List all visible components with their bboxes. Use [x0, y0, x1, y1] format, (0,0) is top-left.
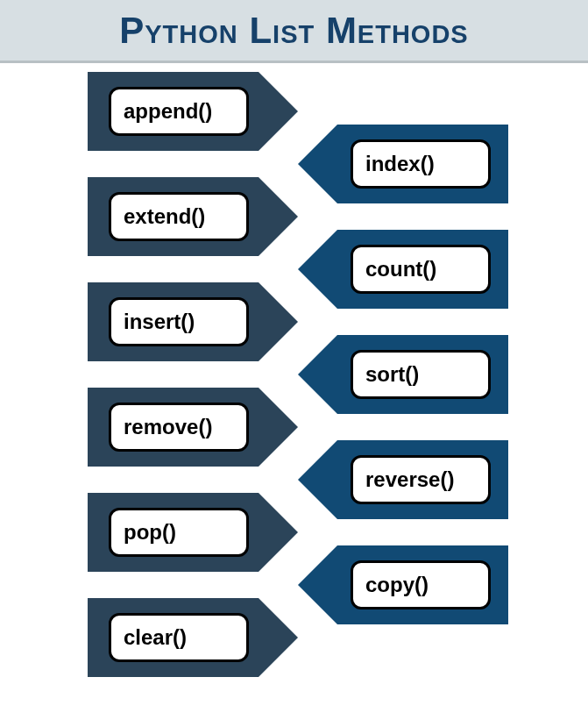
- method-card: append(): [109, 87, 249, 136]
- method-card: index(): [351, 139, 491, 189]
- method-card: count(): [351, 245, 491, 294]
- method-card: copy(): [351, 560, 491, 609]
- method-card: clear(): [109, 613, 249, 662]
- method-arrow-extend: extend(): [88, 177, 298, 256]
- page-title: Python List Methods: [119, 10, 468, 52]
- method-arrow-copy: copy(): [298, 545, 508, 624]
- header-bar: Python List Methods: [0, 0, 588, 63]
- method-arrow-remove: remove(): [88, 388, 298, 467]
- method-arrow-reverse: reverse(): [298, 440, 508, 519]
- method-card: remove(): [109, 403, 249, 452]
- method-arrow-sort: sort(): [298, 335, 508, 414]
- method-arrow-index: index(): [298, 125, 508, 203]
- method-card: insert(): [109, 297, 249, 346]
- method-card: pop(): [109, 508, 249, 557]
- method-arrow-insert: insert(): [88, 282, 298, 361]
- method-card: extend(): [109, 192, 249, 241]
- method-arrow-clear: clear(): [88, 598, 298, 677]
- method-card: reverse(): [351, 455, 491, 504]
- methods-diagram: append() extend() insert() remove() pop(…: [0, 63, 588, 724]
- method-card: sort(): [351, 350, 491, 399]
- method-arrow-pop: pop(): [88, 493, 298, 572]
- method-arrow-count: count(): [298, 230, 508, 309]
- method-arrow-append: append(): [88, 72, 298, 151]
